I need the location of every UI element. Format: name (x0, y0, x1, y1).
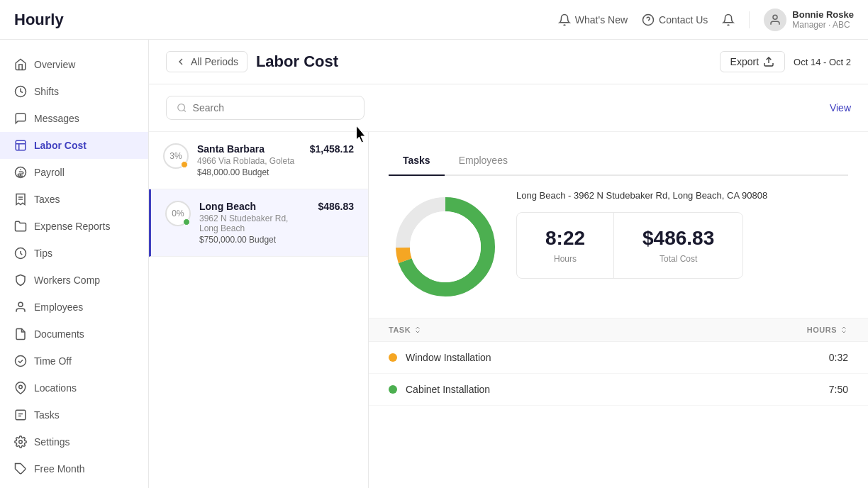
tab-tasks[interactable]: Tasks (389, 146, 445, 176)
sidebar-item-free-month[interactable]: Free Month (0, 455, 148, 482)
folder-icon (14, 220, 27, 233)
sidebar-label-tasks: Tasks (34, 409, 60, 421)
location-item-long-beach[interactable]: 0% Long Beach 3962 N Studebaker Rd, Long… (149, 189, 368, 257)
shield-icon (14, 274, 27, 287)
svg-point-13 (19, 440, 23, 444)
page-header: All Periods Labor Cost Export Oct 14 - O… (149, 40, 868, 84)
sidebar-item-workers-comp[interactable]: Workers Comp (0, 267, 148, 294)
tasks-table: TASK HOURS Window Installation 0:32 (369, 318, 868, 406)
sidebar-label-documents: Documents (34, 328, 84, 340)
sidebar-item-employees[interactable]: Employees (0, 294, 148, 321)
location-name-long-beach: Long Beach (199, 201, 309, 212)
sidebar-label-workers-comp: Workers Comp (34, 274, 100, 286)
location-badge-long-beach: 0% (165, 201, 191, 226)
sidebar-item-expense-reports[interactable]: Expense Reports (0, 213, 148, 240)
sidebar-item-labor-cost[interactable]: Labor Cost (0, 132, 148, 159)
dollar-circle-icon (14, 166, 27, 179)
user-name: Bonnie Roske (792, 9, 854, 20)
view-button[interactable]: View (830, 102, 851, 113)
svg-rect-12 (16, 410, 26, 420)
sidebar-label-time-off: Time Off (34, 355, 72, 367)
sidebar-item-messages[interactable]: Messages (0, 105, 148, 132)
sidebar-label-payroll: Payroll (34, 167, 65, 178)
location-list: 3% Santa Barbara 4966 Via Roblada, Golet… (149, 132, 369, 488)
sidebar-label-expense-reports: Expense Reports (34, 221, 110, 232)
home-icon (14, 58, 27, 71)
sidebar-item-locations[interactable]: Locations (0, 375, 148, 401)
search-input-wrap[interactable] (166, 96, 365, 120)
sidebar-item-payroll[interactable]: Payroll (0, 159, 148, 186)
tasks-table-header: TASK HOURS (369, 318, 868, 342)
page-title: Labor Cost (256, 52, 338, 71)
sidebar-item-settings[interactable]: Settings (0, 428, 148, 455)
task-name-cabinet: Cabinet Installation (406, 384, 749, 395)
sidebar-item-shifts[interactable]: Shifts (0, 78, 148, 105)
tab-employees[interactable]: Employees (445, 146, 522, 176)
location-cost-santa-barbara: $1,458.12 (310, 143, 354, 155)
location-address-long-beach: 3962 N Studebaker Rd, Long Beach (199, 214, 309, 233)
logo: Hourly (14, 11, 64, 29)
location-icon (14, 382, 27, 394)
gear-icon (14, 436, 27, 448)
sort-task-icon[interactable] (413, 326, 422, 334)
sidebar-item-documents[interactable]: Documents (0, 321, 148, 348)
notifications-button[interactable] (722, 13, 735, 26)
task-dot-window (389, 353, 397, 362)
back-button[interactable]: All Periods (166, 51, 247, 72)
export-button[interactable]: Export (720, 51, 785, 72)
col-hours-header: HOURS (749, 326, 848, 334)
location-status-dot-green (183, 218, 190, 226)
user-role: Manager · ABC (792, 20, 854, 30)
col-task-header: TASK (389, 326, 749, 334)
donut-chart (389, 190, 502, 304)
sidebar-item-tasks[interactable]: Tasks (0, 401, 148, 428)
time-off-icon (14, 355, 27, 367)
task-dot-cabinet (389, 385, 397, 394)
location-cost-long-beach: $486.83 (318, 201, 354, 212)
total-cost-value: $486.83 (642, 227, 714, 250)
location-badge-santa-barbara: 3% (163, 143, 189, 169)
task-hours-cabinet: 7:50 (749, 384, 848, 395)
sidebar-label-employees: Employees (34, 301, 83, 313)
tips-icon (14, 247, 27, 260)
sidebar-item-taxes[interactable]: Taxes (0, 186, 148, 213)
main-content: All Periods Labor Cost Export Oct 14 - O… (149, 40, 868, 488)
svg-point-16 (178, 104, 185, 111)
notification-icon (722, 13, 735, 26)
receipt-icon (14, 193, 27, 206)
sidebar-label-tips: Tips (34, 248, 52, 259)
sidebar: Overview Shifts Messages Labor Cost Payr… (0, 40, 149, 488)
topbar: Hourly What's New Contact Us (0, 0, 868, 40)
back-label: All Periods (191, 56, 238, 67)
sidebar-item-overview[interactable]: Overview (0, 51, 148, 78)
sidebar-label-taxes: Taxes (34, 194, 60, 205)
sidebar-item-tips[interactable]: Tips (0, 240, 148, 267)
detail-tabs: Tasks Employees (389, 146, 848, 176)
sidebar-label-free-month: Free Month (34, 463, 85, 475)
hours-value: 8:22 (545, 227, 585, 250)
donut-svg (389, 190, 502, 304)
whats-new-button[interactable]: What's New (558, 13, 628, 26)
detail-header: Tasks Employees (369, 132, 868, 176)
search-icon (177, 102, 187, 113)
task-row-window-installation[interactable]: Window Installation 0:32 (369, 342, 868, 374)
detail-panel: Tasks Employees (369, 132, 868, 488)
svg-point-2 (773, 15, 777, 19)
search-input[interactable] (193, 102, 354, 113)
location-address-santa-barbara: 4966 Via Roblada, Goleta (197, 156, 301, 166)
content-area: 3% Santa Barbara 4966 Via Roblada, Golet… (149, 132, 868, 488)
location-budget-santa-barbara: $48,000.00 Budget (197, 167, 301, 177)
date-range: Oct 14 - Oct 2 (794, 57, 851, 67)
svg-point-11 (19, 385, 23, 389)
contact-us-button[interactable]: Contact Us (642, 13, 708, 26)
user-menu[interactable]: Bonnie Roske Manager · ABC (764, 9, 854, 31)
sort-hours-icon[interactable] (840, 326, 848, 334)
bell-icon (558, 13, 571, 26)
location-item-santa-barbara[interactable]: 3% Santa Barbara 4966 Via Roblada, Golet… (149, 132, 368, 189)
location-budget-long-beach: $750,000.00 Budget (199, 235, 309, 245)
avatar (764, 9, 786, 31)
sidebar-item-time-off[interactable]: Time Off (0, 348, 148, 375)
task-row-cabinet-installation[interactable]: Cabinet Installation 7:50 (369, 374, 868, 406)
sidebar-label-overview: Overview (34, 59, 75, 70)
tag-icon (14, 462, 27, 475)
